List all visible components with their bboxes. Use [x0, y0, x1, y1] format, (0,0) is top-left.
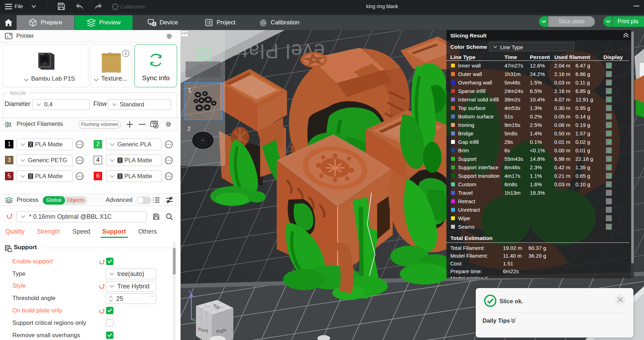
svg-text:z: z	[188, 289, 191, 293]
